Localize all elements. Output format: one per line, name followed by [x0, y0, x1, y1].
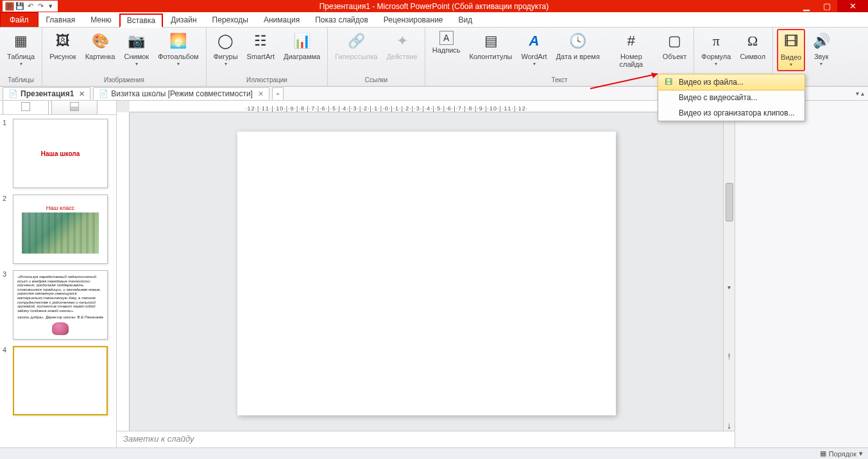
tab-insert[interactable]: Вставка — [119, 13, 164, 28]
tab-file[interactable]: Файл — [0, 12, 38, 27]
thumb-1[interactable]: 1 Наша школа — [3, 119, 114, 188]
headerfooter-button[interactable]: ▤Колонтитулы — [466, 29, 516, 62]
collapse-arrow-icon[interactable]: ▾ ▴ — [856, 90, 864, 97]
object-button[interactable]: ▢Объект — [660, 29, 690, 62]
group-illustrations: ◯Фигуры ☷SmartArt 📊Диаграмма Иллюстрации — [207, 28, 328, 86]
smartart-icon: ☷ — [250, 31, 271, 51]
clipart-icon: 🎨 — [90, 31, 110, 51]
grid-icon: ▦ — [820, 449, 826, 458]
datetime-button[interactable]: 🕓Дата и время — [553, 29, 603, 62]
video-from-website-item[interactable]: Видео с видеосайта... — [658, 90, 804, 105]
textbox-button[interactable]: AНадпись — [429, 29, 464, 56]
slidenumber-icon: # — [621, 31, 642, 51]
tab-view[interactable]: Вид — [451, 13, 481, 27]
slide[interactable] — [237, 132, 616, 415]
video-from-file-item[interactable]: 🎞Видео из файла... — [658, 74, 805, 91]
tab-transitions[interactable]: Переходы — [205, 13, 256, 27]
wordart-button[interactable]: AWordArt — [518, 29, 550, 70]
group-label — [805, 76, 807, 86]
undo-icon[interactable]: ↶ — [26, 2, 35, 11]
save-icon[interactable]: 💾 — [15, 2, 24, 11]
vertical-ruler — [117, 112, 130, 431]
tab-animation[interactable]: Анимация — [256, 13, 307, 27]
symbol-icon: Ω — [742, 31, 763, 51]
photoalbum-icon: 🌅 — [168, 31, 189, 51]
prev-slide-icon[interactable]: ⭱ — [726, 353, 733, 360]
ribbon-tabs: Файл Главная Меню Вставка Дизайн Переход… — [0, 12, 868, 28]
equation-button[interactable]: πФормула — [698, 29, 734, 70]
editor-area: ·12·|·11·|·10·|·9·|·8·|·7·|·6·|·5·|·4·|·… — [117, 101, 735, 447]
video-dropdown: 🎞Видео из файла... Видео с видеосайта...… — [658, 74, 805, 121]
redo-icon[interactable]: ↷ — [36, 2, 45, 11]
doctab-vizitka[interactable]: 📄Визитка школы [Режим совместимости]✕ — [93, 87, 269, 100]
doctab-presentation1[interactable]: 📄Презентация1✕ — [3, 87, 90, 100]
slide-thumbnails-pane[interactable]: 1 Наша школа 2 Наш класс 3 «Используя на… — [0, 101, 117, 447]
screenshot-icon: 📷 — [126, 31, 147, 51]
close-icon[interactable]: ✕ — [255, 90, 264, 98]
textbox-icon: A — [439, 31, 454, 45]
screenshot-button[interactable]: 📷Снимок — [121, 29, 152, 70]
slide-canvas[interactable] — [130, 112, 723, 431]
portrait-placeholder — [52, 322, 69, 335]
tab-home[interactable]: Главная — [38, 13, 83, 27]
notes-pane[interactable]: Заметки к слайду — [117, 431, 735, 447]
tab-menu[interactable]: Меню — [83, 13, 119, 27]
group-label: Изображения — [104, 76, 144, 86]
chevron-down-icon: ▾ — [859, 449, 863, 458]
tab-slideshow[interactable]: Показ слайдов — [307, 13, 376, 27]
horizontal-ruler: ·12·|·11·|·10·|·9·|·8·|·7·|·6·|·5·|·4·|·… — [130, 101, 735, 112]
thumb-2[interactable]: 2 Наш класс — [3, 195, 114, 264]
photoalbum-button[interactable]: 🌅Фотоальбом — [155, 29, 202, 70]
slides-tab[interactable] — [3, 101, 49, 114]
vertical-scrollbar[interactable]: ▴ ▾ ⭱ ⭳ — [723, 112, 735, 431]
action-icon: ✦ — [392, 31, 413, 51]
smartart-button[interactable]: ☷SmartArt — [244, 29, 278, 62]
shapes-button[interactable]: ◯Фигуры — [210, 29, 241, 70]
close-button[interactable]: ✕ — [837, 0, 868, 12]
tab-design[interactable]: Дизайн — [163, 13, 204, 27]
group-label: Ссылки — [365, 76, 387, 86]
video-from-organizer-item[interactable]: Видео из организатора клипов... — [658, 105, 804, 121]
group-links: 🔗Гиперссылка ✦Действие Ссылки — [328, 28, 425, 86]
hyperlink-icon: 🔗 — [346, 31, 366, 51]
audio-icon: 🔊 — [811, 31, 831, 51]
group-tables: ▦Таблица Таблицы — [0, 28, 42, 86]
qat-more-icon[interactable]: ▾ — [46, 2, 55, 11]
task-pane — [735, 101, 868, 447]
group-label: Текст — [551, 76, 567, 86]
pane-tabs — [0, 101, 116, 115]
scroll-thumb[interactable] — [726, 183, 733, 221]
picture-button[interactable]: 🖼Рисунок — [46, 29, 80, 62]
maximize-button[interactable]: ▢ — [817, 0, 837, 12]
outline-tab[interactable] — [51, 101, 98, 114]
app-icon: P — [5, 2, 14, 11]
picture-icon: 🖼 — [53, 31, 73, 51]
arrange-button[interactable]: ▦Порядок▾ — [820, 449, 863, 458]
symbol-button[interactable]: ΩСимвол — [736, 29, 769, 62]
doctab-new[interactable]: ▫ — [272, 87, 284, 100]
title-bar: P 💾 ↶ ↷ ▾ Презентация1 - Microsoft Power… — [0, 0, 868, 12]
ppt-icon: 📄 — [99, 89, 108, 98]
next-slide-icon[interactable]: ⭳ — [726, 422, 733, 429]
thumb-3[interactable]: 3 «Используя наработанный педагогический… — [3, 270, 114, 340]
table-icon: ▦ — [11, 31, 31, 51]
window-title: Презентация1 - Microsoft PowerPoint (Сбо… — [319, 2, 549, 11]
annotation-arrow — [590, 71, 667, 91]
shapes-icon: ◯ — [216, 31, 236, 51]
action-button: ✦Действие — [383, 29, 420, 62]
close-icon[interactable]: ✕ — [76, 90, 85, 98]
slidenumber-button[interactable]: #Номер слайда — [606, 29, 657, 70]
audio-button[interactable]: 🔊Звук — [808, 29, 835, 70]
minimize-button[interactable]: ▁ — [796, 0, 817, 12]
table-button[interactable]: ▦Таблица — [4, 29, 38, 70]
tab-review[interactable]: Рецензирование — [376, 13, 451, 27]
ribbon: ▦Таблица Таблицы 🖼Рисунок 🎨Картинка 📷Сни… — [0, 28, 868, 87]
hyperlink-button: 🔗Гиперссылка — [332, 29, 380, 62]
video-button[interactable]: 🎞Видео — [777, 29, 805, 71]
chart-button[interactable]: 📊Диаграмма — [280, 29, 323, 62]
clipart-button[interactable]: 🎨Картинка — [82, 29, 119, 62]
thumb-4[interactable]: 4 — [3, 346, 114, 415]
scroll-down-icon[interactable]: ▾ — [728, 284, 731, 291]
datetime-icon: 🕓 — [568, 31, 588, 51]
object-icon: ▢ — [665, 31, 685, 51]
